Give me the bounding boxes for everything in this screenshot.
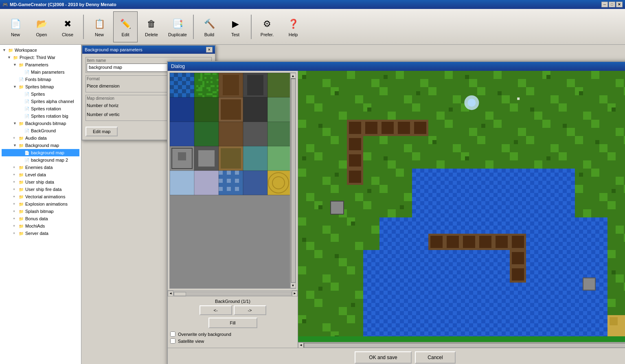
tree-item-parameters[interactable]: ▼ 📁 Parameters: [2, 61, 79, 68]
next-bg-button[interactable]: ->: [234, 305, 266, 315]
test-button[interactable]: ▶ Test: [223, 11, 248, 42]
edit-map-button[interactable]: Edit map: [86, 127, 118, 136]
audio-toggle: +: [13, 136, 19, 140]
tree-item-sprites-alpha[interactable]: 📄 Sprites alpha channel: [2, 98, 79, 105]
prev-bg-button[interactable]: <-: [200, 305, 232, 315]
prefer-button[interactable]: ⚙ Prefer.: [255, 11, 279, 42]
tree-item-backgrounds-bitmap[interactable]: ▼ 📁 Backgrounds bitmap: [2, 120, 79, 127]
bg-params-titlebar[interactable]: Background map parameters ✕: [82, 46, 215, 54]
ok-save-button[interactable]: OK and save: [355, 351, 412, 364]
build-icon: 🔨: [202, 17, 217, 31]
bg-map-1-label: background map: [31, 150, 64, 155]
tree-item-sprites[interactable]: 📄 Sprites: [2, 90, 79, 98]
tree-item-level[interactable]: + 📁 Level data: [2, 171, 79, 178]
mochiads-toggle: +: [13, 224, 19, 228]
bg-bmp-toggle: ▼: [13, 121, 19, 125]
bg-map-folder-icon: 📁: [19, 143, 24, 148]
tree-item-background[interactable]: 📄 BackGround: [2, 127, 79, 134]
sprites-alpha-label: Sprites alpha channel: [31, 99, 74, 104]
tree-item-splash[interactable]: + 📁 Splash bitmap: [2, 208, 79, 215]
tree-item-bg-map-1[interactable]: 📄 background map: [2, 149, 79, 156]
tree-item-enemies[interactable]: + 📁 Enemies data: [2, 164, 79, 171]
user-ship-fire-label: User ship fire data: [25, 187, 61, 192]
delete-button[interactable]: 🗑 Delete: [139, 11, 164, 42]
project-label: Project: Third War: [20, 55, 55, 60]
big-dialog-titlebar[interactable]: Dialog ✕: [168, 62, 625, 71]
overwrite-checkbox[interactable]: [170, 331, 175, 337]
cancel-button[interactable]: Cancel: [415, 351, 456, 364]
new2-button[interactable]: 📋 New: [87, 11, 112, 42]
bg-map-1-icon: 📄: [24, 151, 30, 155]
mochiads-icon: 📁: [19, 224, 24, 228]
map-scroll-left-button[interactable]: ◄: [298, 342, 304, 348]
bg-bmp-label: Backgrounds bitmap: [25, 121, 66, 126]
tree-item-bg-map[interactable]: ▼ 📁 Background map: [2, 142, 79, 149]
tree-toggle-project: ▼: [7, 55, 13, 59]
tree-item-user-ship[interactable]: + 📁 User ship data: [2, 178, 79, 186]
test-icon: ▶: [228, 17, 243, 31]
close-button[interactable]: ✖ Close: [55, 11, 80, 42]
maximize-button[interactable]: □: [609, 2, 615, 7]
user-ship-fire-icon: 📁: [19, 187, 24, 192]
edit-button[interactable]: ✏️ Edit: [113, 11, 138, 42]
map-canvas[interactable]: [298, 71, 625, 336]
sidebar: ▼ 📁 Workspace ▼ 📁 Project: Third War ▼ 📁…: [0, 45, 81, 364]
tree-item-mochiads[interactable]: + 📁 MochiAds: [2, 222, 79, 230]
minimize-button[interactable]: ─: [601, 2, 608, 7]
tree-item-sprites-bitmap[interactable]: ▼ 📁 Sprites bitmap: [2, 83, 79, 90]
help-button[interactable]: ❓ Help: [281, 11, 305, 42]
bg-counter-label: BackGround (1/1): [170, 299, 295, 304]
tree-item-server[interactable]: + 📁 Server data: [2, 230, 79, 237]
tileset-scroll-down-button[interactable]: ▼: [290, 283, 296, 288]
map-hscroll-track[interactable]: [304, 343, 625, 348]
satellite-checkbox[interactable]: [170, 338, 175, 344]
tree-item-sprites-rotation-big[interactable]: 📄 Sprites rotation big: [2, 112, 79, 120]
tileset-vscroll-track[interactable]: [291, 79, 296, 283]
map-viewport[interactable]: [298, 71, 625, 342]
fill-button[interactable]: Fill: [208, 318, 257, 328]
tree-item-user-ship-fire[interactable]: + 📁 User ship fire data: [2, 186, 79, 193]
build-button[interactable]: 🔨 Build: [197, 11, 221, 42]
tree-item-fonts[interactable]: 📄 Fonts bitmap: [2, 76, 79, 83]
server-toggle: +: [13, 231, 19, 235]
tileset-scroll-area[interactable]: ▲ ▼: [169, 72, 296, 289]
sprites-doc-icon: 📄: [24, 92, 30, 96]
tree-item-vectorial[interactable]: + 📁 Vectorial animations: [2, 193, 79, 200]
tileset-scroll-right-button[interactable]: ►: [292, 291, 298, 296]
tree-toggle-parameters: ▼: [13, 63, 19, 67]
main-params-label: Main parameters: [31, 70, 65, 75]
satellite-label: Satellite view: [178, 339, 204, 344]
tree-item-project[interactable]: ▼ 📁 Project: Third War: [2, 54, 79, 61]
close-icon: ✖: [60, 17, 75, 31]
duplicate-label: Duplicate: [168, 32, 187, 37]
tree-item-workspace[interactable]: ▼ 📁 Workspace: [2, 46, 79, 54]
tree-item-audio[interactable]: + 📁 Audio data: [2, 134, 79, 142]
level-icon: 📁: [19, 173, 24, 177]
help-label: Help: [289, 32, 298, 37]
tileset-canvas[interactable]: [170, 73, 290, 268]
close-app-button[interactable]: ✕: [616, 2, 623, 7]
title-bar-controls: ─ □ ✕: [601, 2, 623, 7]
tileset-scroll-up-button[interactable]: ▲: [290, 73, 296, 79]
new-button[interactable]: 📄 New: [3, 11, 28, 42]
edit-icon: ✏️: [118, 17, 133, 31]
workspace-folder-icon: 📁: [8, 48, 14, 53]
workspace-label: Workspace: [15, 48, 37, 53]
user-ship-icon: 📁: [19, 180, 24, 184]
tree-item-bonus[interactable]: + 📁 Bonus data: [2, 215, 79, 222]
tree-item-explosion[interactable]: + 📁 Explosion animations: [2, 200, 79, 208]
open-button[interactable]: 📂 Open: [29, 11, 54, 42]
sprites-rot-label: Sprites rotation: [31, 106, 61, 111]
tree-item-main-parameters[interactable]: 📄 Main parameters: [2, 68, 79, 76]
sprites-bmp-label: Sprites bitmap: [25, 84, 54, 89]
duplicate-button[interactable]: 📑 Duplicate: [165, 11, 190, 42]
tree-item-bg-map-2[interactable]: 📄 background map 2: [2, 156, 79, 164]
title-bar: 🎮 MD-GameCreator (C)2008 - 2010 by Denny…: [0, 0, 625, 9]
enemies-icon: 📁: [19, 165, 24, 170]
tree-item-sprites-rotation[interactable]: 📄 Sprites rotation: [2, 105, 79, 112]
bg-params-close-button[interactable]: ✕: [206, 47, 213, 53]
big-dialog: Dialog ✕ ▲ ▼: [167, 61, 625, 364]
bg-map-folder-label: Background map: [25, 143, 59, 148]
tileset-scroll-left-button[interactable]: ◄: [168, 291, 173, 296]
tileset-hscroll-track[interactable]: [173, 292, 292, 296]
